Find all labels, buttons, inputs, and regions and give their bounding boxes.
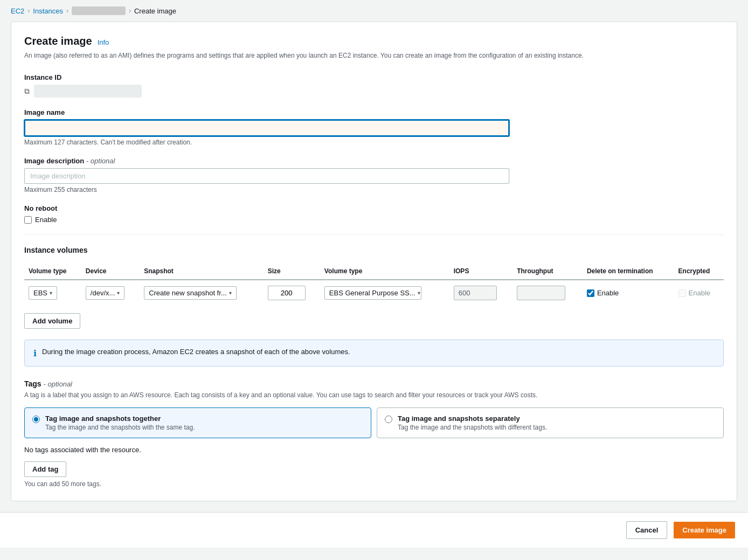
breadcrumb: EC2 › Instances › › Create image bbox=[0, 0, 748, 22]
delete-on-termination-checkbox[interactable] bbox=[587, 289, 594, 297]
add-tag-button[interactable]: Add tag bbox=[24, 461, 66, 477]
encrypted-checkbox[interactable] bbox=[678, 289, 686, 297]
add-tag-hint: You can add 50 more tags. bbox=[24, 480, 724, 488]
cell-volume-type: EBS ▾ bbox=[24, 280, 81, 306]
tag-separately-radio[interactable] bbox=[385, 416, 392, 423]
no-reboot-checkbox[interactable] bbox=[24, 216, 32, 224]
tags-title: Tags - optional bbox=[24, 379, 724, 388]
cell-size bbox=[264, 280, 320, 306]
col-device: Device bbox=[81, 263, 140, 280]
image-description-hint: Maximum 255 characters bbox=[24, 186, 724, 193]
no-reboot-checkbox-group: Enable bbox=[24, 216, 724, 224]
image-description-label: Image description - optional bbox=[24, 157, 724, 165]
col-encrypted: Encrypted bbox=[674, 263, 724, 280]
cell-delete-on-termination: Enable bbox=[583, 280, 674, 306]
image-name-label: Image name bbox=[24, 108, 724, 116]
snapshot-select[interactable]: Create new snapshot fr... ▾ bbox=[144, 286, 237, 300]
divider-1 bbox=[24, 234, 724, 235]
info-banner-text: During the image creation process, Amazo… bbox=[42, 348, 350, 356]
chevron-down-icon: ▾ bbox=[418, 290, 420, 296]
instance-id-value bbox=[34, 85, 142, 98]
image-description-section: Image description - optional Maximum 255… bbox=[24, 157, 724, 193]
tag-option-separately[interactable]: Tag image and snapshots separately Tag t… bbox=[377, 407, 724, 438]
chevron-down-icon: ▾ bbox=[117, 290, 120, 296]
encrypted-group: Enable bbox=[678, 289, 719, 297]
table-row: EBS ▾ /dev/x... ▾ Create new snapshot fr… bbox=[24, 280, 724, 306]
cancel-button[interactable]: Cancel bbox=[626, 521, 668, 539]
breadcrumb-create-image: Create image bbox=[134, 7, 176, 15]
copy-icon[interactable]: ⧉ bbox=[24, 87, 30, 96]
cell-device: /dev/x... ▾ bbox=[81, 280, 140, 306]
image-name-hint: Maximum 127 characters. Can't be modifie… bbox=[24, 139, 724, 146]
page-header: Create image Info bbox=[24, 35, 724, 47]
tag-options: Tag image and snapshots together Tag the… bbox=[24, 407, 724, 438]
tags-description: A tag is a label that you assign to an A… bbox=[24, 390, 724, 400]
cell-throughput bbox=[512, 280, 583, 306]
footer-bar: Cancel Create image bbox=[0, 512, 748, 548]
device-select[interactable]: /dev/x... ▾ bbox=[86, 286, 125, 300]
volume-type-select[interactable]: EBS ▾ bbox=[29, 286, 57, 300]
tag-separately-title: Tag image and snapshots separately bbox=[398, 414, 547, 423]
image-description-input[interactable] bbox=[24, 168, 509, 184]
tag-separately-desc: Tag the image and the snapshots with dif… bbox=[398, 424, 547, 431]
image-name-input[interactable] bbox=[24, 120, 509, 136]
optional-label: - optional bbox=[86, 157, 115, 165]
col-volume-type-2: Volume type bbox=[320, 263, 449, 280]
volumes-table: Volume type Device Snapshot Size Volume … bbox=[24, 263, 724, 306]
tags-section: Tags - optional A tag is a label that yo… bbox=[24, 379, 724, 488]
instance-volumes-section: Instance volumes Volume type Device Snap… bbox=[24, 246, 724, 329]
no-tags-message: No tags associated with the resource. bbox=[24, 446, 724, 454]
tag-option-together[interactable]: Tag image and snapshots together Tag the… bbox=[24, 407, 371, 438]
col-snapshot: Snapshot bbox=[140, 263, 263, 280]
instance-volumes-title: Instance volumes bbox=[24, 246, 724, 254]
add-volume-button[interactable]: Add volume bbox=[24, 313, 80, 329]
main-panel: Create image Info An image (also referre… bbox=[11, 22, 737, 501]
col-volume-type: Volume type bbox=[24, 263, 81, 280]
breadcrumb-ec2[interactable]: EC2 bbox=[11, 7, 24, 15]
image-name-section: Image name Maximum 127 characters. Can't… bbox=[24, 108, 724, 146]
delete-on-termination-group: Enable bbox=[587, 289, 670, 297]
cell-encrypted: Enable bbox=[674, 280, 724, 306]
cell-volume-type-value: EBS General Purpose SS... ▾ bbox=[320, 280, 449, 306]
instance-id-display: ⧉ bbox=[24, 85, 724, 98]
chevron-down-icon: ▾ bbox=[229, 290, 232, 296]
volume-type-value-select[interactable]: EBS General Purpose SS... ▾ bbox=[324, 286, 421, 300]
no-reboot-enable-label[interactable]: Enable bbox=[35, 216, 57, 224]
col-delete-on-termination: Delete on termination bbox=[583, 263, 674, 280]
col-iops: IOPS bbox=[449, 263, 512, 280]
instance-id-section: Instance ID ⧉ bbox=[24, 73, 724, 98]
tag-together-radio[interactable] bbox=[32, 416, 40, 423]
col-size: Size bbox=[264, 263, 320, 280]
create-image-button[interactable]: Create image bbox=[674, 522, 735, 538]
breadcrumb-sep-3: › bbox=[129, 7, 131, 15]
page-description: An image (also referred to as an AMI) de… bbox=[24, 51, 724, 60]
iops-input[interactable] bbox=[454, 286, 497, 300]
tag-together-desc: Tag the image and the snapshots with the… bbox=[45, 424, 195, 431]
info-link[interactable]: Info bbox=[98, 38, 109, 46]
size-input[interactable] bbox=[268, 286, 306, 300]
no-reboot-label: No reboot bbox=[24, 204, 724, 212]
cell-snapshot: Create new snapshot fr... ▾ bbox=[140, 280, 263, 306]
info-banner: ℹ During the image creation process, Ama… bbox=[24, 340, 724, 367]
breadcrumb-sep-1: › bbox=[27, 7, 30, 15]
page-title: Create image bbox=[24, 35, 92, 47]
tag-together-title: Tag image and snapshots together bbox=[45, 414, 195, 423]
no-reboot-section: No reboot Enable bbox=[24, 204, 724, 224]
throughput-input[interactable] bbox=[517, 286, 565, 300]
encrypted-label: Enable bbox=[689, 289, 710, 297]
breadcrumb-instances[interactable]: Instances bbox=[33, 7, 63, 15]
info-icon: ℹ bbox=[33, 348, 37, 358]
breadcrumb-sep-2: › bbox=[66, 7, 68, 15]
chevron-down-icon: ▾ bbox=[50, 290, 52, 296]
cell-iops bbox=[449, 280, 512, 306]
instance-id-label: Instance ID bbox=[24, 73, 724, 81]
tags-optional: - optional bbox=[44, 380, 72, 388]
breadcrumb-instance-id bbox=[72, 6, 126, 15]
col-throughput: Throughput bbox=[512, 263, 583, 280]
delete-on-termination-label[interactable]: Enable bbox=[597, 289, 619, 297]
